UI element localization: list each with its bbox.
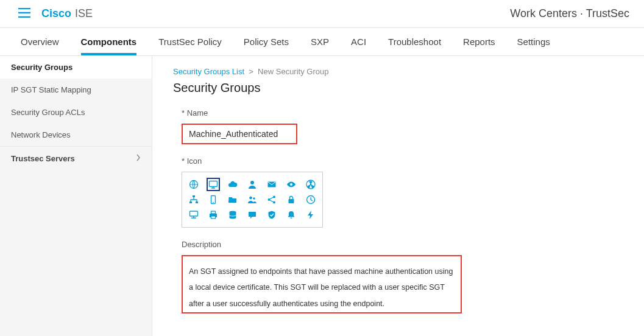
sidebar-item-network-devices[interactable]: Network Devices — [0, 124, 152, 146]
icon-row-2 — [187, 193, 317, 206]
icon-row-1 — [187, 178, 317, 191]
database-icon[interactable] — [226, 208, 239, 222]
hamburger-icon[interactable] — [18, 8, 30, 19]
svg-point-13 — [253, 197, 255, 200]
sitemap-icon[interactable] — [187, 193, 200, 206]
tab-reports[interactable]: Reports — [463, 37, 495, 55]
clock-icon[interactable] — [304, 193, 317, 206]
eye-icon[interactable] — [285, 178, 298, 191]
svg-rect-1 — [210, 181, 218, 187]
name-label: * Name — [182, 108, 623, 117]
monitor-icon[interactable] — [207, 178, 220, 191]
svg-rect-21 — [211, 211, 216, 214]
svg-point-4 — [290, 183, 292, 186]
app-header: Cisco ISE Work Centers · TrustSec — [0, 0, 644, 28]
tab-overview[interactable]: Overview — [21, 37, 59, 55]
icon-label: * Icon — [182, 156, 623, 166]
tab-nav: Overview Components TrustSec Policy Poli… — [0, 28, 644, 56]
cloud-icon[interactable] — [226, 178, 239, 191]
users-icon[interactable] — [246, 193, 259, 206]
sidebar-section-label: Trustsec Servers — [11, 154, 75, 163]
bell-icon[interactable] — [285, 208, 298, 222]
description-input[interactable] — [182, 255, 462, 313]
content: Security Groups List > New Security Grou… — [152, 56, 644, 336]
svg-rect-19 — [190, 211, 198, 216]
brand[interactable]: Cisco ISE — [41, 7, 93, 20]
person-icon[interactable] — [246, 178, 259, 191]
printer-icon[interactable] — [207, 208, 220, 222]
shield-icon[interactable] — [265, 208, 278, 222]
sidebar: Security Groups IP SGT Static Mapping Se… — [0, 56, 152, 336]
share-icon[interactable] — [265, 193, 278, 206]
svg-rect-7 — [193, 195, 195, 197]
svg-rect-8 — [189, 201, 192, 203]
chevron-right-icon — [136, 154, 141, 163]
sidebar-item-ip-sgt-static-mapping[interactable]: IP SGT Static Mapping — [0, 79, 152, 101]
svg-point-2 — [250, 181, 254, 184]
form-row-description: Description — [182, 240, 623, 315]
svg-rect-9 — [196, 201, 198, 203]
header-path: Work Centers · TrustSec — [510, 7, 629, 20]
form-row-name: * Name — [182, 108, 623, 144]
tab-troubleshoot[interactable]: Troubleshoot — [388, 37, 441, 55]
name-input[interactable] — [182, 124, 297, 144]
svg-rect-17 — [289, 199, 294, 203]
lock-icon[interactable] — [285, 193, 298, 206]
layout: Security Groups IP SGT Static Mapping Se… — [0, 56, 644, 336]
form-row-icon: * Icon — [182, 156, 623, 228]
breadcrumb-current: New Security Group — [258, 67, 328, 76]
icon-picker — [182, 172, 323, 228]
sidebar-item-security-group-acls[interactable]: Security Group ACLs — [0, 101, 152, 124]
tab-trustsec-policy[interactable]: TrustSec Policy — [158, 37, 222, 55]
breadcrumb-parent-link[interactable]: Security Groups List — [173, 67, 244, 76]
header-left: Cisco ISE — [18, 7, 93, 20]
svg-point-11 — [213, 202, 214, 203]
mail-icon[interactable] — [265, 178, 278, 191]
tab-aci[interactable]: ACI — [351, 37, 366, 55]
sidebar-item-security-groups[interactable]: Security Groups — [0, 56, 152, 79]
sidebar-section-trustsec-servers[interactable]: Trustsec Servers — [0, 146, 152, 170]
svg-rect-22 — [211, 216, 216, 219]
bolt-icon[interactable] — [304, 208, 317, 222]
icon-row-3 — [187, 208, 317, 222]
tab-components[interactable]: Components — [81, 37, 137, 55]
tab-policy-sets[interactable]: Policy Sets — [244, 37, 289, 55]
chat-icon[interactable] — [246, 208, 259, 222]
description-label: Description — [182, 240, 623, 249]
breadcrumb: Security Groups List > New Security Grou… — [173, 67, 623, 76]
page-title: Security Groups — [173, 81, 623, 95]
tab-settings[interactable]: Settings — [517, 37, 550, 55]
mobile-icon[interactable] — [207, 193, 220, 206]
brand-sub: ISE — [75, 7, 93, 20]
tab-sxp[interactable]: SXP — [311, 37, 329, 55]
folder-icon[interactable] — [226, 193, 239, 206]
globe-icon[interactable] — [187, 178, 200, 191]
svg-point-12 — [249, 197, 252, 200]
brand-main: Cisco — [41, 7, 71, 20]
radiation-icon[interactable] — [304, 178, 317, 191]
computer-icon[interactable] — [187, 208, 200, 222]
breadcrumb-separator: > — [247, 67, 258, 76]
